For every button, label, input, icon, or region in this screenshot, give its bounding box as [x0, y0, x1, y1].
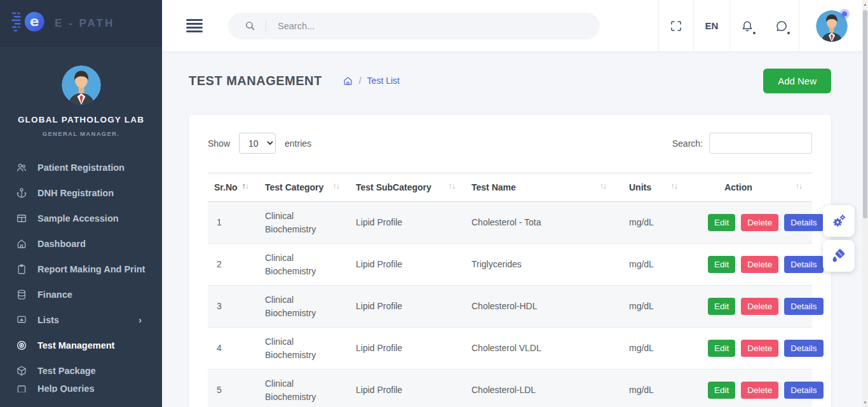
sidebar-item-dnh-registration[interactable]: DNH Registration — [0, 180, 162, 206]
show-label: Show — [208, 138, 230, 149]
table-row: 3 Clinical Biochemistry Lipid Profile Ch… — [208, 286, 812, 328]
scroll-up-icon[interactable]: ▲ — [862, 0, 868, 9]
add-new-button[interactable]: Add New — [763, 69, 831, 93]
delete-button[interactable]: Delete — [741, 256, 778, 273]
test-list-card: Show 10 entries Search: Sr.No↑↓ Test Cat… — [189, 115, 831, 407]
floating-tools — [823, 205, 855, 272]
sort-icons: ↑↓ — [671, 182, 678, 190]
user-menu[interactable] — [816, 10, 848, 42]
cell-subcategory: Lipid Profile — [349, 244, 465, 286]
cell-units: mg/dL — [616, 328, 688, 370]
sort-icons: ↑↓ — [796, 182, 803, 190]
monitor-icon — [16, 314, 27, 326]
messages-button[interactable] — [764, 20, 799, 32]
target-icon — [16, 340, 27, 351]
sidebar-item-finance[interactable]: Finance — [0, 282, 162, 307]
cell-units: mg/dL — [616, 370, 688, 407]
menu-toggle-icon[interactable] — [186, 17, 203, 34]
breadcrumb-test-list[interactable]: Test List — [367, 76, 400, 86]
col-action[interactable]: Action↑↓ — [688, 173, 812, 202]
gears-icon — [831, 213, 847, 229]
cell-test-name: Cholesterol-HDL — [465, 286, 616, 328]
global-search — [228, 13, 600, 39]
details-button[interactable]: Details — [784, 256, 823, 273]
delete-button[interactable]: Delete — [741, 340, 778, 357]
cell-actions: EditDeleteDetails — [688, 244, 812, 286]
col-test-name[interactable]: Test Name↑↓ — [465, 173, 616, 202]
message-dot — [787, 32, 790, 34]
tests-table: Sr.No↑↓ Test Category↑↓ Test SubCategory… — [208, 173, 812, 407]
home-breadcrumb-icon[interactable] — [342, 76, 353, 86]
details-button[interactable]: Details — [784, 298, 823, 315]
sidebar: e E - PATH GLOBAL PATHOLOGY LAB GENERAL … — [0, 0, 162, 407]
sidebar-item-dashboard[interactable]: Dashboard — [0, 231, 162, 257]
brand-logo-icon: e — [11, 9, 48, 38]
profile-avatar[interactable] — [62, 65, 101, 105]
sidebar-item-help-queries[interactable]: Help Queries — [0, 384, 162, 392]
scroll-down-icon[interactable]: ▼ — [862, 398, 868, 407]
details-button[interactable]: Details — [784, 382, 823, 399]
help-icon — [16, 384, 27, 392]
cell-srno: 3 — [208, 286, 259, 328]
cell-category: Clinical Biochemistry — [259, 370, 349, 407]
table-row: 2 Clinical Biochemistry Lipid Profile Tr… — [208, 244, 812, 286]
edit-button[interactable]: Edit — [708, 256, 735, 273]
cell-actions: EditDeleteDetails — [688, 370, 812, 407]
anchor-icon — [16, 187, 27, 199]
sidebar-item-patient-registration[interactable]: Patient Registration — [0, 155, 162, 180]
page-title: TEST MANAGEMENT — [189, 74, 322, 88]
home-icon — [16, 238, 27, 250]
page-scrollbar[interactable]: ▲ ▼ — [862, 0, 868, 407]
col-test-category[interactable]: Test Category↑↓ — [259, 173, 349, 202]
bell-icon — [741, 20, 754, 32]
scrollbar-thumb[interactable] — [863, 10, 867, 218]
sort-desc-icon: ↓ — [245, 182, 248, 190]
cell-actions: EditDeleteDetails — [688, 202, 812, 244]
brand[interactable]: e E - PATH — [0, 0, 162, 48]
cell-units: mg/dL — [616, 286, 688, 328]
page-size-select[interactable]: 10 — [239, 133, 276, 154]
fullscreen-button[interactable] — [659, 20, 693, 32]
delete-button[interactable]: Delete — [741, 382, 778, 399]
sort-icons: ↑↓ — [449, 182, 456, 190]
details-button[interactable]: Details — [784, 214, 823, 231]
table-row: 4 Clinical Biochemistry Lipid Profile Ch… — [208, 328, 812, 370]
cell-srno: 1 — [208, 202, 259, 244]
col-units[interactable]: Units↑↓ — [616, 173, 688, 202]
edit-button[interactable]: Edit — [708, 214, 735, 231]
online-badge — [839, 9, 850, 19]
chat-icon — [775, 20, 788, 32]
details-button[interactable]: Details — [784, 340, 823, 357]
table-search-input[interactable] — [709, 133, 812, 154]
cell-actions: EditDeleteDetails — [688, 328, 812, 370]
settings-fab-button[interactable] — [823, 205, 855, 237]
package-icon — [16, 365, 27, 377]
breadcrumb: / Test List — [342, 76, 400, 86]
language-selector[interactable]: EN — [694, 20, 729, 31]
sidebar-item-test-management[interactable]: Test Management — [0, 333, 162, 358]
sidebar-item-sample-accession[interactable]: Sample Accession — [0, 206, 162, 231]
cell-subcategory: Lipid Profile — [349, 202, 465, 244]
delete-button[interactable]: Delete — [741, 214, 778, 231]
cell-category: Clinical Biochemistry — [259, 328, 349, 370]
sidebar-item-report-making[interactable]: Report Making And Print — [0, 257, 162, 282]
col-srno[interactable]: Sr.No↑↓ — [208, 173, 259, 202]
cell-srno: 4 — [208, 328, 259, 370]
delete-button[interactable]: Delete — [741, 298, 778, 315]
cell-actions: EditDeleteDetails — [688, 286, 812, 328]
theme-fab-button[interactable] — [823, 240, 855, 272]
notifications-button[interactable] — [730, 20, 764, 32]
paint-bucket-icon — [831, 248, 847, 264]
sidebar-profile: GLOBAL PATHOLOGY LAB GENERAL MANAGER. — [0, 48, 162, 151]
table-row: 1 Clinical Biochemistry Lipid Profile Ch… — [208, 202, 812, 244]
sidebar-item-test-package[interactable]: Test Package — [0, 358, 162, 384]
edit-button[interactable]: Edit — [708, 382, 735, 399]
global-search-input[interactable] — [278, 21, 519, 31]
col-test-subcategory[interactable]: Test SubCategory↑↓ — [349, 173, 465, 202]
cell-test-name: Triglycerides — [465, 244, 616, 286]
edit-button[interactable]: Edit — [708, 298, 735, 315]
sidebar-item-lists[interactable]: Lists › — [0, 307, 162, 333]
edit-button[interactable]: Edit — [708, 340, 735, 357]
clipboard-icon — [16, 264, 27, 275]
cell-units: mg/dL — [616, 202, 688, 244]
